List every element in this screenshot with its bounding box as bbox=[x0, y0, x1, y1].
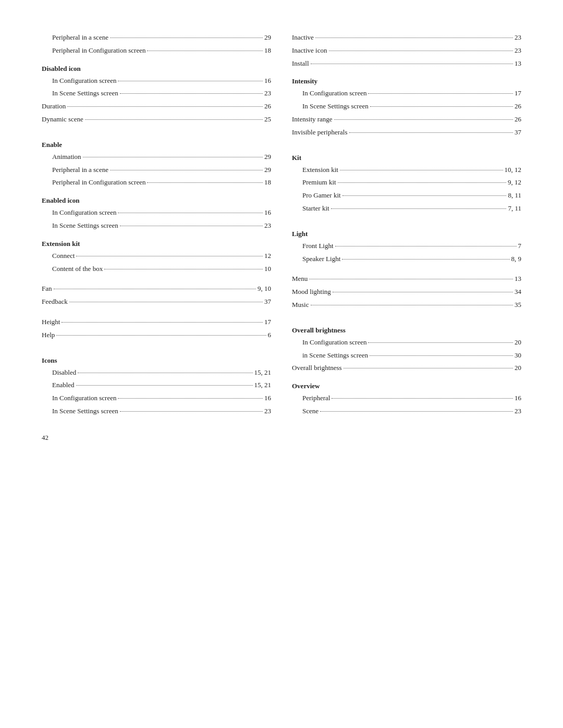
entry-dots bbox=[104, 269, 263, 270]
entry-label: Premium kit bbox=[302, 177, 336, 188]
entry-dots bbox=[368, 93, 513, 94]
section-header: Disabled icon bbox=[42, 65, 271, 73]
entry-dots bbox=[349, 132, 513, 133]
entry-page: 17 bbox=[264, 317, 271, 328]
entry-page: 23 bbox=[264, 406, 271, 417]
entry-dots bbox=[329, 51, 513, 52]
entry-page: 16 bbox=[515, 393, 521, 404]
entry-dots bbox=[83, 157, 263, 158]
entry-page: 26 bbox=[264, 101, 271, 112]
entry-page: 23 bbox=[515, 406, 521, 417]
entry-page: 18 bbox=[264, 177, 271, 188]
entry-page: 29 bbox=[264, 152, 271, 163]
index-entry: Starter kit7, 11 bbox=[292, 202, 521, 215]
section-header: Extension kit bbox=[42, 240, 271, 248]
index-entry: Feedback37 bbox=[42, 295, 271, 309]
index-entry: Overall brightness20 bbox=[292, 362, 521, 375]
entry-label: Mood lighting bbox=[292, 287, 331, 298]
entry-page: 23 bbox=[515, 45, 521, 56]
entry-label: In Scene Settings screen bbox=[302, 101, 369, 112]
entry-page: 23 bbox=[264, 88, 271, 99]
index-entry: Pro Gamer kit8, 11 bbox=[292, 189, 521, 202]
index-entry: Height17 bbox=[42, 316, 271, 329]
entry-label: Content of the box bbox=[52, 264, 103, 275]
index-entry: Inactive23 bbox=[292, 31, 521, 44]
entry-page: 10 bbox=[264, 264, 271, 275]
index-entry: In Configuration screen16 bbox=[42, 392, 271, 405]
entry-dots bbox=[56, 335, 266, 336]
entry-page: 12 bbox=[264, 251, 271, 262]
index-entry: In Configuration screen16 bbox=[42, 206, 271, 219]
entry-label: In Configuration screen bbox=[302, 337, 366, 348]
index-entry: In Scene Settings screen23 bbox=[42, 405, 271, 418]
entry-dots bbox=[342, 195, 507, 196]
entry-page: 8, 9 bbox=[511, 254, 522, 265]
entry-dots bbox=[54, 289, 256, 290]
spacer bbox=[292, 312, 521, 319]
spacer bbox=[42, 309, 271, 316]
entry-page: 16 bbox=[264, 76, 271, 87]
entry-page: 26 bbox=[515, 114, 521, 125]
index-entry: Peripheral in a scene29 bbox=[42, 31, 271, 44]
index-entry: In Scene Settings screen26 bbox=[292, 100, 521, 113]
entry-dots bbox=[368, 342, 513, 343]
entry-page: 7 bbox=[518, 241, 522, 252]
entry-page: 8, 11 bbox=[508, 190, 521, 201]
entry-label: In Scene Settings screen bbox=[52, 220, 118, 231]
entry-dots bbox=[309, 279, 513, 280]
entry-page: 13 bbox=[515, 58, 521, 69]
index-entry: Enabled15, 21 bbox=[42, 379, 271, 392]
entry-page: 17 bbox=[515, 88, 521, 99]
entry-label: Peripheral bbox=[302, 393, 330, 404]
index-entry: Connect12 bbox=[42, 250, 271, 263]
spacer bbox=[42, 342, 271, 349]
entry-label: Install bbox=[292, 58, 309, 69]
entry-dots bbox=[62, 322, 263, 323]
entry-dots bbox=[118, 398, 263, 399]
section-header: Enable bbox=[42, 141, 271, 149]
entry-dots bbox=[118, 81, 263, 82]
entry-label: Pro Gamer kit bbox=[302, 190, 341, 201]
index-entry: Peripheral in Configuration screen18 bbox=[42, 44, 271, 57]
entry-page: 16 bbox=[264, 393, 271, 404]
left-column: Peripheral in a scene29Peripheral in Con… bbox=[42, 31, 287, 418]
section-header: Icons bbox=[42, 356, 271, 365]
index-entry: In Scene Settings screen23 bbox=[42, 87, 271, 100]
index-entry: Dynamic scene25 bbox=[42, 113, 271, 126]
index-entry: Front Light7 bbox=[292, 240, 521, 253]
entry-label: Scene bbox=[302, 406, 319, 417]
entry-page: 35 bbox=[515, 300, 521, 311]
entry-page: 9, 10 bbox=[258, 283, 271, 294]
index-entry: In Configuration screen16 bbox=[42, 75, 271, 88]
index-entry: Install13 bbox=[292, 57, 521, 70]
index-entry: Peripheral in a scene29 bbox=[42, 164, 271, 177]
right-column: Inactive23Inactive icon23Install13Intens… bbox=[287, 31, 521, 418]
entry-page: 16 bbox=[264, 207, 271, 218]
entry-dots bbox=[342, 259, 509, 260]
entry-page: 7, 11 bbox=[508, 203, 521, 214]
entry-dots bbox=[110, 170, 263, 171]
entry-page: 29 bbox=[264, 165, 271, 176]
entry-page: 20 bbox=[515, 363, 521, 374]
entry-page: 29 bbox=[264, 32, 271, 43]
entry-page: 18 bbox=[264, 45, 271, 56]
entry-dots bbox=[120, 93, 263, 94]
entry-page: 6 bbox=[268, 330, 272, 341]
entry-label: Intensity range bbox=[292, 114, 333, 125]
index-entry: Extension kit10, 12 bbox=[292, 164, 521, 177]
entry-label: In Configuration screen bbox=[302, 88, 366, 99]
entry-dots bbox=[334, 119, 513, 120]
entry-page: 34 bbox=[515, 287, 521, 298]
index-entry: Animation29 bbox=[42, 151, 271, 164]
index-entry: In Scene Settings screen23 bbox=[42, 219, 271, 232]
spacer bbox=[42, 275, 271, 282]
entry-label: Starter kit bbox=[302, 203, 329, 214]
entry-dots bbox=[332, 398, 513, 399]
spacer bbox=[292, 215, 521, 223]
entry-dots bbox=[333, 292, 513, 293]
entry-dots bbox=[315, 38, 513, 39]
index-entry: Music35 bbox=[292, 299, 521, 312]
entry-label: Music bbox=[292, 300, 309, 311]
index-entry: Content of the box10 bbox=[42, 263, 271, 276]
entry-page: 23 bbox=[264, 220, 271, 231]
